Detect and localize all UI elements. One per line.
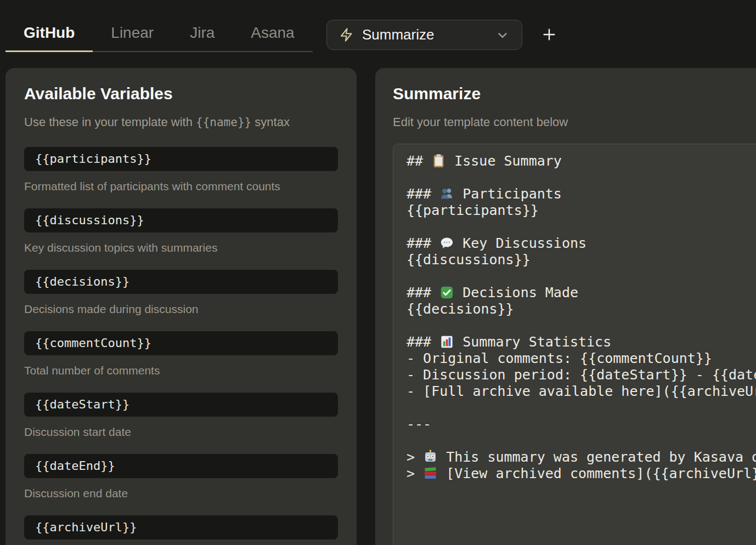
plus-icon: [540, 26, 558, 45]
clipboard-icon: [431, 153, 446, 169]
template-panel-title: Summarize: [393, 84, 756, 103]
variable-chip-participants[interactable]: {{participants}}: [24, 147, 338, 171]
robot-icon: [423, 449, 438, 465]
template-line: {{decisions}}: [407, 301, 756, 317]
template-line: > [View archived comments]({{archiveUrl}…: [407, 465, 756, 482]
variable-chip-discussions[interactable]: {{discussions}}: [24, 208, 338, 232]
books-icon: [423, 465, 438, 482]
template-line: [407, 169, 756, 186]
variable-description: Key discussion topics with summaries: [24, 241, 338, 254]
variable-description: Discussion start date: [24, 425, 338, 439]
template-line: ### Decisions Made: [407, 285, 756, 301]
variables-panel-subtitle: Use these in your template with {{name}}…: [24, 115, 338, 129]
template-line: > This summary was generated by Kasava o…: [407, 449, 756, 465]
template-line: - Original comments: {{commentCount}}: [407, 350, 756, 367]
variable-row: {{participants}}Formatted list of partic…: [24, 147, 338, 193]
variable-row: {{dateEnd}}Discussion end date: [24, 454, 338, 500]
speech-balloon-icon: [439, 235, 454, 252]
template-line: - Discussion period: {{dateStart}} - {{d…: [407, 367, 756, 383]
template-line: ### Key Discussions: [407, 235, 756, 252]
variable-description: Decisions made during discussion: [24, 303, 338, 316]
variable-description: Discussion end date: [24, 487, 338, 500]
variable-row: {{discussions}}Key discussion topics wit…: [24, 208, 338, 254]
variable-row: {{dateStart}}Discussion start date: [24, 393, 338, 439]
template-line: {{participants}}: [407, 202, 756, 219]
template-line: {{discussions}}: [407, 252, 756, 268]
variable-chip-dateStart[interactable]: {{dateStart}}: [24, 393, 338, 417]
variable-chip-dateEnd[interactable]: {{dateEnd}}: [24, 454, 338, 478]
bar-chart-icon: [439, 334, 454, 350]
variables-panel: Available Variables Use these in your te…: [5, 68, 357, 545]
variable-chip-archiveUrl[interactable]: {{archiveUrl}}: [24, 515, 338, 540]
lightning-bolt-icon: [339, 27, 354, 42]
template-line: [407, 433, 756, 449]
template-line: ### Summary Statistics: [407, 334, 756, 350]
template-line: - [Full archive available here]({{archiv…: [407, 383, 756, 400]
variable-chip-decisions[interactable]: {{decisions}}: [24, 270, 338, 294]
variable-description: Formatted list of participants with comm…: [24, 180, 338, 193]
variable-row: {{decisions}}Decisions made during discu…: [24, 270, 338, 316]
tab-asana[interactable]: Asana: [233, 15, 312, 52]
template-line: [407, 400, 756, 416]
template-panel-subtitle: Edit your template content below: [393, 115, 756, 129]
action-dropdown[interactable]: Summarize: [326, 20, 522, 50]
tab-jira[interactable]: Jira: [172, 15, 233, 52]
name-syntax-code: {{name}}: [196, 116, 251, 129]
action-dropdown-label: Summarize: [362, 26, 434, 43]
variable-row: {{commentCount}}Total number of comments: [24, 331, 338, 377]
variable-description: Total number of comments: [24, 364, 338, 377]
template-line: ## Issue Summary: [407, 153, 756, 169]
template-line: [407, 268, 756, 285]
template-editor[interactable]: ## Issue Summary ### Participants{{parti…: [393, 144, 756, 545]
template-panel: Summarize Edit your template content bel…: [375, 68, 756, 545]
chevron-down-icon: [495, 28, 510, 42]
participants-icon: [439, 186, 454, 202]
variable-chip-commentCount[interactable]: {{commentCount}}: [24, 331, 338, 355]
template-line: [407, 219, 756, 235]
template-line: ---: [407, 416, 756, 433]
tab-github[interactable]: GitHub: [5, 15, 93, 52]
template-line: [407, 317, 756, 334]
app-screen: GitHubLinearJiraAsana Summarize Availabl…: [0, 0, 756, 545]
add-template-button[interactable]: [537, 23, 562, 47]
tab-linear[interactable]: Linear: [93, 15, 172, 52]
tab-list: GitHubLinearJiraAsana: [5, 15, 313, 52]
variables-list: {{participants}}Formatted list of partic…: [24, 147, 338, 540]
variable-row: {{archiveUrl}}: [24, 515, 338, 540]
variables-panel-title: Available Variables: [24, 84, 338, 103]
template-line: ### Participants: [407, 186, 756, 202]
check-mark-icon: [439, 285, 454, 301]
